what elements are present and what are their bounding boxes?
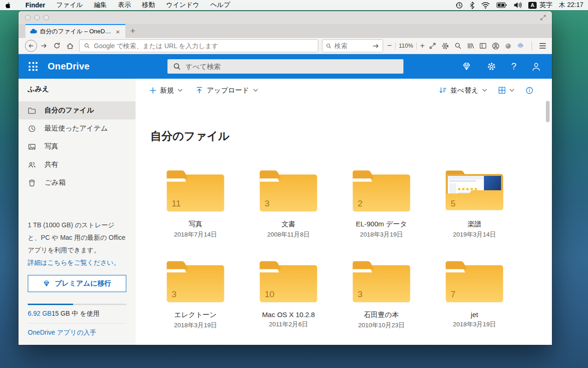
sidebar-item-my-files[interactable]: 自分のファイル xyxy=(19,101,136,119)
window-titlebar[interactable] xyxy=(19,11,552,24)
premium-diamond-icon[interactable] xyxy=(461,61,472,72)
back-button[interactable] xyxy=(25,39,37,52)
page-search-icon[interactable] xyxy=(454,42,462,50)
home-button[interactable] xyxy=(63,39,76,52)
promo-details-link[interactable]: 詳細はこちらをご覧ください。 xyxy=(28,256,127,269)
extension-umbrella-icon[interactable] xyxy=(517,42,524,50)
wifi-icon[interactable] xyxy=(481,1,490,9)
folder-date: 2018年3月19日 xyxy=(428,320,521,329)
folder-tile[interactable]: 5 楽譜 2019年3月14日 xyxy=(428,170,521,239)
sidebar-item-photos[interactable]: 写真 xyxy=(19,137,136,156)
onedrive-search-input[interactable] xyxy=(186,62,398,70)
menubar-app-name[interactable]: Finder xyxy=(25,1,45,9)
account-person-icon[interactable] xyxy=(531,61,542,72)
folder-name: 写真 xyxy=(149,220,242,229)
zoom-out-button[interactable]: − xyxy=(387,41,392,50)
view-switcher-button[interactable] xyxy=(498,87,514,94)
folder-icon: 3 xyxy=(167,261,224,303)
menu-go[interactable]: 移動 xyxy=(142,1,155,9)
folder-tile[interactable]: 3 文書 2008年11月8日 xyxy=(242,170,335,239)
sort-icon xyxy=(439,87,446,94)
screenshot-gear-icon[interactable] xyxy=(441,42,449,50)
new-tab-button[interactable]: + xyxy=(125,24,140,38)
details-pane-button[interactable] xyxy=(526,87,533,94)
sidebar-item-label: 最近使ったアイテム xyxy=(44,124,108,133)
onedrive-main: 新規 アップロード 並べ替え xyxy=(136,79,552,345)
address-input[interactable] xyxy=(94,42,314,50)
diamond-icon xyxy=(43,280,50,287)
chevron-down-icon xyxy=(253,88,258,92)
search-go-icon[interactable] xyxy=(372,43,379,49)
menu-file[interactable]: ファイル xyxy=(56,1,83,9)
extension-ball-icon[interactable] xyxy=(505,43,512,50)
onedrive-logo[interactable]: OneDrive xyxy=(48,61,90,72)
menu-edit[interactable]: 編集 xyxy=(94,1,107,9)
folder-tile[interactable]: 11 写真 2018年7月14日 xyxy=(149,170,242,239)
battery-icon[interactable] xyxy=(496,2,507,8)
menubar-clock[interactable]: 木 22:17 xyxy=(559,1,583,9)
forward-button[interactable] xyxy=(37,39,50,52)
folder-item-count: 5 xyxy=(451,199,456,209)
get-app-link[interactable]: OneDrive アプリの入手 xyxy=(28,329,96,337)
folder-icon: 11 xyxy=(167,170,224,212)
sidebar-item-recent[interactable]: 最近使ったアイテム xyxy=(19,119,136,137)
tab-close-icon[interactable]: × xyxy=(114,28,121,36)
page-title: 自分のファイル xyxy=(150,129,229,143)
menu-window[interactable]: ウインドウ xyxy=(166,1,199,9)
folder-icon xyxy=(28,106,36,115)
menu-view[interactable]: 表示 xyxy=(118,1,131,9)
new-button[interactable]: 新規 xyxy=(149,86,183,95)
menu-help[interactable]: ヘルプ xyxy=(210,1,230,9)
browser-tab[interactable]: 自分のファイル – OneDrive × xyxy=(25,24,125,38)
info-icon xyxy=(526,87,533,94)
volume-icon[interactable] xyxy=(514,1,522,9)
fullscreen-expand-icon[interactable] xyxy=(540,14,546,21)
onedrive-search-box[interactable] xyxy=(167,59,403,74)
quick-search-input[interactable] xyxy=(334,42,370,50)
folder-tile[interactable]: 3 石田豊の本 2010年10月23日 xyxy=(335,261,428,330)
folder-tile[interactable]: 3 エレクトーン 2018年3月19日 xyxy=(149,261,242,330)
app-launcher-icon[interactable] xyxy=(29,62,37,71)
close-window-button[interactable] xyxy=(25,15,31,20)
history-clock-icon xyxy=(28,125,36,133)
sidebar-divider xyxy=(28,323,126,324)
folder-name: Mac OS X 10.2.8 xyxy=(242,311,335,318)
minimize-window-button[interactable] xyxy=(34,15,40,20)
onedrive-favicon xyxy=(30,28,37,35)
folder-tile[interactable]: 2 EL-900m データ 2018年3月19日 xyxy=(335,170,428,239)
upload-button[interactable]: アップロード xyxy=(196,86,258,95)
storage-bar-fill xyxy=(28,304,73,305)
fullscreen-icon[interactable] xyxy=(429,42,436,50)
address-bar[interactable] xyxy=(79,39,318,52)
storage-promo: 1 TB (1000 GB) のストレージ と、PC や Mac 用の最新の O… xyxy=(28,219,127,269)
zoom-window-button[interactable] xyxy=(43,15,49,20)
chevron-down-icon xyxy=(509,88,514,92)
apple-menu-icon[interactable] xyxy=(5,1,12,9)
sidebar-item-shared[interactable]: 共有 xyxy=(19,156,136,174)
time-machine-icon[interactable] xyxy=(455,1,463,9)
bluetooth-icon[interactable] xyxy=(470,1,475,9)
folder-grid: 11 写真 2018年7月14日 xyxy=(149,170,521,330)
reload-button[interactable] xyxy=(50,39,63,52)
sidebar-toggle-icon[interactable] xyxy=(479,42,487,50)
zoom-in-button[interactable]: + xyxy=(420,41,425,50)
scrollbar-thumb[interactable] xyxy=(546,101,550,122)
help-icon[interactable]: ? xyxy=(511,61,516,72)
account-icon[interactable] xyxy=(492,42,500,50)
tab-strip: 自分のファイル – OneDrive × + xyxy=(19,24,552,38)
image-icon xyxy=(28,143,36,151)
zoom-level[interactable]: 110% xyxy=(399,43,413,49)
settings-gear-icon[interactable] xyxy=(486,61,497,72)
sidebar-item-recycle-bin[interactable]: ごみ箱 xyxy=(19,174,136,192)
search-icon xyxy=(326,43,332,49)
input-method-menu[interactable]: A 英字 xyxy=(528,1,552,9)
quick-search-bar[interactable] xyxy=(322,39,383,52)
folder-tile[interactable]: 10 Mac OS X 10.2.8 2011年2月6日 xyxy=(242,261,335,330)
input-method-icon: A xyxy=(528,2,537,9)
storage-used[interactable]: 6.92 GB xyxy=(28,310,51,317)
menu-icon[interactable] xyxy=(539,43,546,49)
folder-tile[interactable]: 7 jet 2018年3月19日 xyxy=(428,261,521,330)
library-icon[interactable] xyxy=(467,42,474,50)
go-premium-button[interactable]: プレミアムに移行 xyxy=(28,275,126,292)
sort-button[interactable]: 並べ替え xyxy=(439,86,487,95)
